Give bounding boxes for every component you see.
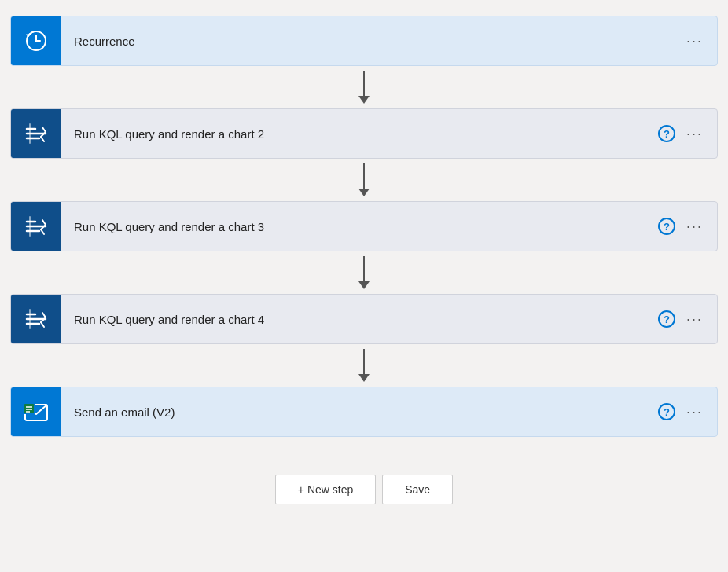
step-actions-kql2: ?···: [658, 123, 717, 145]
flow-container: Recurrence··· Run KQL query and render a…: [10, 16, 718, 437]
more-icon-recurrence[interactable]: ···: [683, 30, 706, 53]
step-card-recurrence[interactable]: Recurrence···: [10, 16, 718, 66]
save-button[interactable]: Save: [382, 475, 453, 504]
help-icon-email[interactable]: ?: [658, 403, 675, 420]
more-icon-kql4[interactable]: ···: [683, 308, 706, 331]
step-icon-email: E: [11, 387, 61, 437]
bottom-actions: + New step Save: [275, 475, 453, 504]
arrow-line: [363, 163, 365, 189]
step-actions-email: ?···: [658, 401, 717, 424]
step-actions-kql4: ?···: [658, 308, 717, 331]
step-icon-kql3: [11, 201, 61, 251]
arrow-line: [363, 71, 365, 96]
step-label-kql2: Run KQL query and render a chart 2: [61, 127, 658, 141]
help-icon-kql3[interactable]: ?: [658, 218, 675, 235]
step-label-recurrence: Recurrence: [61, 35, 683, 48]
arrow-connector-1: [358, 159, 370, 201]
arrow-head: [358, 189, 370, 196]
more-icon-kql2[interactable]: ···: [683, 123, 706, 145]
step-icon-kql2: [11, 108, 61, 159]
more-icon-email[interactable]: ···: [683, 401, 706, 424]
arrow-line: [363, 256, 365, 281]
svg-line-11: [41, 137, 44, 141]
step-actions-recurrence: ···: [683, 30, 717, 53]
more-icon-kql3[interactable]: ···: [683, 215, 706, 238]
arrow-head: [358, 96, 370, 104]
arrow-connector-2: [358, 251, 370, 294]
help-icon-kql4[interactable]: ?: [658, 310, 675, 328]
svg-line-9: [42, 127, 46, 132]
step-icon-kql4: [11, 294, 61, 344]
step-card-kql4[interactable]: Run KQL query and render a chart 4?···: [10, 294, 718, 344]
step-actions-kql3: ?···: [658, 215, 717, 238]
arrow-connector-0: [358, 66, 370, 108]
svg-line-17: [42, 220, 46, 225]
svg-line-19: [41, 229, 44, 234]
step-card-kql3[interactable]: Run KQL query and render a chart 3?···: [10, 201, 718, 251]
arrow-line: [363, 349, 365, 374]
arrow-head: [358, 374, 370, 382]
step-label-kql4: Run KQL query and render a chart 4: [61, 313, 658, 326]
svg-line-25: [42, 313, 46, 317]
svg-line-27: [41, 322, 44, 327]
help-icon-kql2[interactable]: ?: [658, 125, 675, 142]
arrow-connector-3: [358, 344, 370, 387]
step-card-kql2[interactable]: Run KQL query and render a chart 2?···: [10, 108, 718, 159]
new-step-button[interactable]: + New step: [275, 475, 376, 504]
step-label-kql3: Run KQL query and render a chart 3: [61, 220, 658, 233]
step-label-email: Send an email (V2): [61, 405, 658, 419]
step-card-email[interactable]: E Send an email (V2)?···: [10, 387, 718, 437]
step-icon-recurrence: [11, 16, 61, 66]
arrow-head: [358, 281, 370, 289]
